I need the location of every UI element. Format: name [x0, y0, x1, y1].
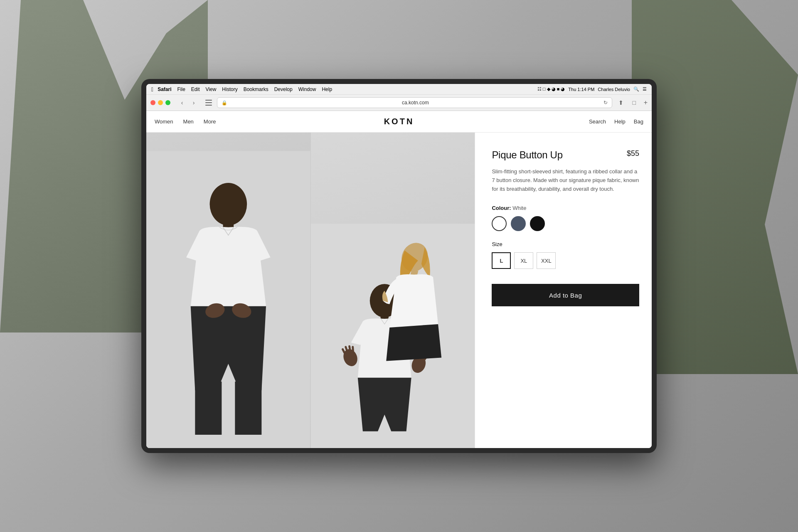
product-image-left	[146, 133, 310, 448]
product-image-two-people	[311, 133, 475, 448]
menu-safari[interactable]: Safari	[158, 86, 171, 92]
svg-rect-6	[195, 382, 222, 435]
nav-left: Women Men More	[155, 118, 216, 125]
nav-help[interactable]: Help	[614, 118, 626, 125]
nav-women[interactable]: Women	[155, 118, 173, 125]
bg-plant-right	[632, 0, 798, 374]
svg-line-17	[349, 346, 350, 350]
menubar-search-icon[interactable]: 🔍	[633, 86, 639, 92]
product-price: $55	[627, 149, 639, 158]
nav-search[interactable]: Search	[589, 118, 606, 125]
menu-items: Safari File Edit View History Bookmarks …	[158, 86, 537, 92]
svg-point-4	[210, 183, 247, 225]
menubar-list-icon[interactable]: ☰	[643, 86, 647, 92]
colour-section: Colour: White	[492, 205, 639, 231]
nav-men[interactable]: Men	[183, 118, 194, 125]
size-label: Size	[492, 241, 639, 247]
minimize-button[interactable]	[158, 100, 163, 105]
size-xl-button[interactable]: XL	[514, 252, 533, 269]
back-button[interactable]: ‹	[177, 98, 187, 108]
menu-file[interactable]: File	[177, 86, 185, 92]
product-header: Pique Button Up $55	[492, 149, 639, 161]
reload-button[interactable]: ↻	[603, 100, 608, 106]
address-bar[interactable]: 🔒 ca.kotn.com ↻	[217, 97, 612, 108]
menu-develop[interactable]: Develop	[274, 86, 293, 92]
size-l-button[interactable]: L	[492, 252, 511, 269]
nav-right: Search Help Bag	[589, 118, 643, 125]
nav-bag[interactable]: Bag	[634, 118, 643, 125]
menu-bookmarks[interactable]: Bookmarks	[244, 86, 268, 92]
product-sidebar: Pique Button Up $55 Slim-fitting short-s…	[475, 133, 652, 448]
add-to-bag-button[interactable]: Add to Bag	[492, 284, 639, 306]
browser-chrome: ‹ › 🔒 ca.kotn.com ↻	[146, 95, 652, 111]
menu-history[interactable]: History	[222, 86, 237, 92]
url-text: ca.kotn.com	[230, 100, 601, 106]
apple-icon: 	[151, 86, 153, 93]
person-silhouette-left	[146, 133, 310, 448]
website-content: Women Men More KOTN Search Help Bag	[146, 111, 652, 448]
svg-rect-2	[205, 105, 212, 106]
new-tab-button[interactable]: □	[629, 97, 640, 108]
svg-line-18	[352, 347, 353, 351]
share-button[interactable]: ⬆	[616, 97, 626, 108]
colour-swatch-white[interactable]	[492, 216, 507, 231]
product-images	[146, 133, 475, 448]
site-nav: Women Men More KOTN Search Help Bag	[146, 111, 652, 133]
menubar-icons: ☷ □ ◆ ◕ ■ ◕	[537, 86, 565, 92]
product-name: Pique Button Up	[492, 149, 562, 161]
sidebar-toggle-button[interactable]	[204, 98, 214, 108]
menubar-time: Thu 1:14 PM	[568, 87, 594, 92]
size-xxl-button[interactable]: XXL	[537, 252, 556, 269]
colour-label: Colour: White	[492, 205, 639, 211]
maximize-button[interactable]	[165, 100, 170, 105]
menu-help[interactable]: Help	[322, 86, 332, 92]
screen:  Safari File Edit View History Bookmark…	[146, 84, 652, 448]
close-button[interactable]	[150, 100, 155, 105]
menu-view[interactable]: View	[206, 86, 217, 92]
svg-line-16	[345, 347, 347, 351]
svg-rect-7	[235, 382, 261, 435]
size-options: L XL XXL	[492, 252, 639, 269]
forward-button[interactable]: ›	[189, 98, 199, 108]
colour-value: White	[512, 205, 526, 211]
macbook-frame:  Safari File Edit View History Bookmark…	[141, 79, 657, 453]
product-image-right	[310, 133, 475, 448]
colour-swatch-black[interactable]	[530, 216, 545, 231]
colour-swatch-navy[interactable]	[511, 216, 526, 231]
macos-menubar:  Safari File Edit View History Bookmark…	[146, 84, 652, 95]
lock-icon: 🔒	[222, 100, 227, 106]
nav-more[interactable]: More	[204, 118, 216, 125]
menubar-user: Charles Deluvio	[598, 87, 630, 92]
svg-rect-1	[205, 102, 212, 103]
site-content: Pique Button Up $55 Slim-fitting short-s…	[146, 133, 652, 448]
add-tab-button[interactable]: +	[644, 99, 648, 106]
nav-buttons: ‹ ›	[177, 98, 199, 108]
menu-edit[interactable]: Edit	[191, 86, 200, 92]
browser-actions: ⬆ □ +	[616, 97, 648, 108]
size-section: Size L XL XXL	[492, 241, 639, 269]
svg-rect-0	[205, 100, 212, 101]
site-logo[interactable]: KOTN	[384, 117, 414, 126]
browser-toolbar: ‹ › 🔒 ca.kotn.com ↻	[146, 95, 652, 111]
colour-options	[492, 216, 639, 231]
menu-window[interactable]: Window	[298, 86, 316, 92]
product-description: Slim-fitting short-sleeved shirt, featur…	[492, 167, 639, 193]
menubar-right: ☷ □ ◆ ◕ ■ ◕ Thu 1:14 PM Charles Deluvio …	[537, 86, 647, 92]
traffic-lights	[150, 100, 170, 105]
